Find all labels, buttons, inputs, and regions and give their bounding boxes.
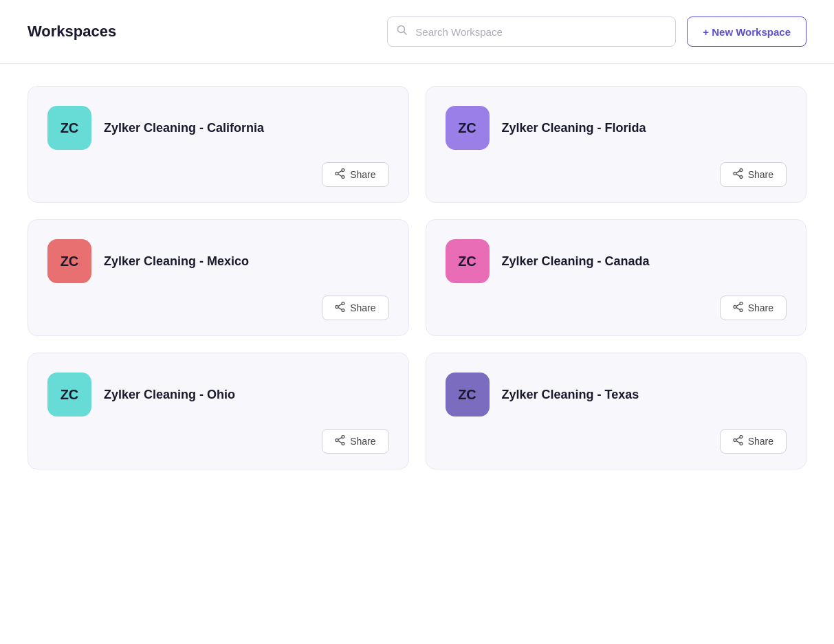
svg-line-16 [338, 307, 342, 309]
card-bottom: Share [446, 162, 787, 187]
card-bottom: Share [446, 429, 787, 454]
svg-line-11 [736, 174, 739, 176]
svg-line-30 [736, 437, 739, 439]
svg-line-21 [736, 307, 739, 309]
svg-line-25 [338, 437, 342, 439]
svg-point-24 [336, 439, 338, 442]
workspace-card-california[interactable]: ZC Zylker Cleaning - California [28, 86, 409, 203]
card-bottom: Share [47, 162, 389, 187]
svg-line-20 [736, 304, 739, 306]
svg-line-31 [736, 441, 739, 443]
workspace-card-mexico[interactable]: ZC Zylker Cleaning - Mexico [28, 219, 409, 336]
share-button[interactable]: Share [322, 162, 388, 187]
share-button[interactable]: Share [322, 296, 388, 320]
workspace-name: Zylker Cleaning - Florida [502, 121, 646, 135]
svg-point-27 [740, 436, 743, 438]
share-button[interactable]: Share [322, 429, 388, 454]
workspace-name: Zylker Cleaning - Ohio [104, 388, 235, 402]
card-top: ZC Zylker Cleaning - Canada [446, 239, 787, 283]
card-bottom: Share [446, 296, 787, 320]
svg-line-6 [338, 174, 342, 176]
workspace-card-canada[interactable]: ZC Zylker Cleaning - Canada [426, 219, 807, 336]
svg-line-1 [404, 32, 407, 35]
card-top: ZC Zylker Cleaning - Texas [446, 373, 787, 417]
share-button[interactable]: Share [720, 429, 787, 454]
search-input[interactable] [387, 16, 676, 47]
workspace-avatar: ZC [446, 239, 490, 283]
svg-point-12 [342, 302, 344, 305]
workspace-card-ohio[interactable]: ZC Zylker Cleaning - Ohio S [28, 353, 409, 469]
svg-point-29 [734, 439, 736, 442]
share-icon [733, 435, 743, 447]
card-bottom: Share [47, 296, 389, 320]
workspace-avatar: ZC [47, 373, 91, 417]
svg-point-3 [342, 176, 344, 179]
workspace-avatar: ZC [47, 106, 91, 150]
svg-point-23 [342, 443, 344, 445]
svg-line-5 [338, 170, 342, 173]
svg-line-15 [338, 304, 342, 306]
workspace-avatar: ZC [446, 106, 490, 150]
svg-point-19 [734, 306, 736, 309]
card-top: ZC Zylker Cleaning - Florida [446, 106, 787, 150]
share-button[interactable]: Share [720, 296, 787, 320]
workspace-grid: ZC Zylker Cleaning - California [28, 86, 806, 469]
svg-point-18 [740, 309, 743, 312]
workspace-avatar: ZC [47, 239, 91, 283]
svg-point-8 [740, 176, 743, 179]
workspace-name: Zylker Cleaning - California [104, 121, 264, 135]
page-title: Workspaces [28, 23, 116, 41]
svg-point-4 [336, 173, 338, 175]
header-actions: + New Workspace [387, 16, 806, 47]
workspace-name: Zylker Cleaning - Canada [502, 254, 650, 269]
search-icon [397, 25, 408, 38]
card-top: ZC Zylker Cleaning - Mexico [47, 239, 389, 283]
share-icon [335, 168, 345, 181]
svg-point-7 [740, 169, 743, 172]
share-icon [335, 302, 345, 314]
card-bottom: Share [47, 429, 389, 454]
new-workspace-button[interactable]: + New Workspace [687, 16, 806, 47]
svg-point-2 [342, 169, 344, 172]
share-button[interactable]: Share [720, 162, 787, 187]
search-container [387, 16, 676, 47]
main-content: ZC Zylker Cleaning - California [0, 64, 834, 491]
workspace-card-texas[interactable]: ZC Zylker Cleaning - Texas [426, 353, 807, 469]
workspace-name: Zylker Cleaning - Texas [502, 388, 639, 402]
share-icon [335, 435, 345, 447]
workspace-avatar: ZC [446, 373, 490, 417]
svg-point-13 [342, 309, 344, 312]
svg-point-22 [342, 436, 344, 438]
svg-line-10 [736, 170, 739, 173]
svg-point-14 [336, 306, 338, 309]
share-icon [733, 168, 743, 181]
svg-point-9 [734, 173, 736, 175]
svg-line-26 [338, 441, 342, 443]
workspace-card-florida[interactable]: ZC Zylker Cleaning - Florida [426, 86, 807, 203]
share-icon [733, 302, 743, 314]
page-header: Workspaces + New Workspace [0, 0, 834, 64]
svg-point-17 [740, 302, 743, 305]
card-top: ZC Zylker Cleaning - California [47, 106, 389, 150]
card-top: ZC Zylker Cleaning - Ohio [47, 373, 389, 417]
svg-point-28 [740, 443, 743, 445]
workspace-name: Zylker Cleaning - Mexico [104, 254, 249, 269]
